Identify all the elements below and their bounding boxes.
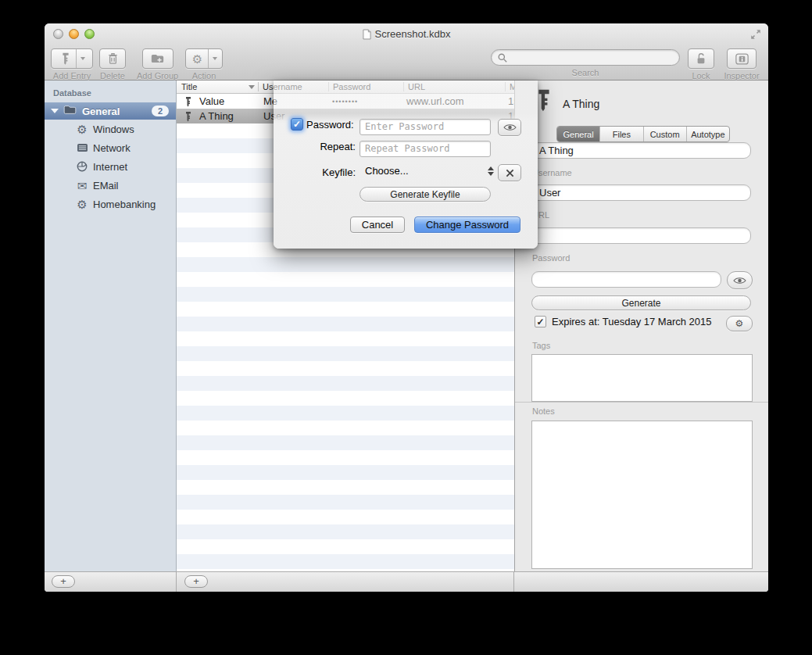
- sidebar-group-general[interactable]: General 2: [45, 102, 176, 120]
- sort-arrow-icon: [249, 85, 255, 89]
- table-row-empty: [177, 272, 514, 287]
- action-button[interactable]: ⚙: [185, 48, 223, 69]
- sidebar-item-network[interactable]: Network: [45, 138, 176, 157]
- table-row-empty: [177, 302, 514, 317]
- tab-autotype[interactable]: Autotype: [686, 127, 729, 141]
- sidebar-item-label: Windows: [93, 123, 134, 135]
- sidebar-item-email[interactable]: ✉EMail: [45, 176, 176, 195]
- sidebar-item-label: Internet: [93, 161, 127, 173]
- search-label: Search: [491, 68, 680, 77]
- sidebar-item-label: EMail: [93, 180, 119, 191]
- add-entry-button[interactable]: [51, 48, 93, 69]
- generate-keyfile-button[interactable]: Generate Keyfile: [359, 187, 491, 202]
- expires-label: Expires at: Tuesday 17 March 2015: [552, 316, 712, 328]
- sidebar-item-label: Homebanking: [93, 199, 156, 210]
- username-field[interactable]: User: [531, 184, 751, 201]
- keyfile-popup-value: Choose...: [365, 165, 409, 177]
- window-title: Screenshot.kdbx: [45, 28, 768, 40]
- change-password-button[interactable]: Change Password: [414, 217, 520, 233]
- envelope-icon: ✉: [76, 180, 88, 191]
- expires-checkbox[interactable]: ✓: [535, 316, 546, 328]
- sidebar-item-homebanking[interactable]: ⚙Homebanking: [45, 195, 176, 213]
- server-icon: [76, 143, 88, 152]
- repeat-password-input[interactable]: Repeat Password: [359, 141, 491, 157]
- add-group-footer-button[interactable]: +: [52, 575, 75, 588]
- reveal-password-button[interactable]: [727, 271, 753, 289]
- table-row-empty: [177, 450, 514, 465]
- tab-general[interactable]: General: [557, 127, 599, 141]
- eye-icon: [503, 123, 517, 131]
- tags-field[interactable]: [531, 354, 753, 402]
- eye-icon: [733, 277, 746, 285]
- table-row-empty: [177, 257, 514, 272]
- cancel-button[interactable]: Cancel: [350, 217, 405, 233]
- table-row-empty: [177, 435, 514, 450]
- inspector-tabs: GeneralFilesCustomAutotype: [556, 126, 730, 142]
- inspector-button[interactable]: [727, 48, 757, 69]
- enter-password-input[interactable]: Enter Password: [359, 119, 491, 135]
- notes-field[interactable]: [531, 421, 753, 569]
- table-row-empty: [177, 480, 514, 495]
- toolbar: Add Entry Delete Add Group ⚙: [45, 45, 768, 81]
- entry-key-icon: [535, 88, 553, 114]
- group-count-badge: 2: [152, 106, 169, 116]
- table-row-empty: [177, 495, 514, 510]
- action-dropdown[interactable]: [208, 49, 221, 68]
- titlebar[interactable]: Screenshot.kdbx: [45, 23, 768, 45]
- folder-icon: [63, 105, 77, 117]
- checkmark-icon: ✓: [536, 317, 544, 328]
- column-divider: [258, 82, 259, 91]
- table-row-empty: [177, 465, 514, 480]
- column-header-title[interactable]: Title: [181, 82, 197, 91]
- tab-files[interactable]: Files: [599, 127, 642, 141]
- show-password-button[interactable]: [498, 119, 521, 136]
- gear-icon: ⚙: [187, 49, 208, 68]
- add-entry-dropdown[interactable]: [76, 49, 89, 68]
- add-entry-footer-button[interactable]: +: [184, 575, 208, 588]
- password-checkbox[interactable]: ✓: [291, 118, 303, 131]
- clear-keyfile-button[interactable]: [498, 164, 521, 181]
- table-row-empty: [177, 539, 514, 554]
- search-input[interactable]: [491, 49, 680, 66]
- dialog-password-label: Password:: [306, 119, 354, 131]
- sidebar-item-internet[interactable]: Internet: [45, 157, 176, 176]
- close-icon: [506, 169, 514, 177]
- table-row-empty: [177, 554, 514, 569]
- add-group-label: Add Group: [137, 71, 178, 81]
- lock-button[interactable]: [688, 48, 714, 69]
- app-window: Screenshot.kdbx Add Entry: [45, 23, 768, 592]
- window-chrome: Screenshot.kdbx Add Entry: [45, 23, 768, 81]
- sidebar-group-label: General: [82, 106, 120, 117]
- document-icon: [363, 29, 371, 40]
- inspector-entry-title: A Thing: [563, 98, 599, 110]
- table-row-empty: [177, 524, 514, 539]
- table-row-empty: [177, 317, 514, 331]
- gear-icon: ⚙: [76, 199, 88, 210]
- inspector-panel: A Thing GeneralFilesCustomAutotype A Thi…: [514, 81, 768, 571]
- password-label: Password: [532, 253, 570, 263]
- gear-icon: ⚙: [76, 123, 88, 135]
- tab-custom[interactable]: Custom: [643, 127, 686, 141]
- lock-open-icon: [696, 52, 706, 65]
- disclosure-triangle-icon[interactable]: [51, 109, 59, 113]
- url-field[interactable]: [531, 227, 751, 244]
- keyfile-popup[interactable]: Choose...: [365, 165, 494, 177]
- generate-button[interactable]: Generate: [531, 295, 751, 310]
- title-field[interactable]: A Thing: [531, 142, 751, 159]
- fullscreen-icon[interactable]: [749, 28, 762, 41]
- delete-button[interactable]: [99, 48, 126, 69]
- table-row-empty: [177, 391, 514, 406]
- sidebar: Database General 2 ⚙WindowsNetworkIntern…: [45, 81, 177, 571]
- footer-bar: + +: [45, 571, 768, 592]
- cell-title: A Thing: [199, 110, 234, 122]
- table-row-empty: [177, 406, 514, 421]
- table-row-empty: [177, 361, 514, 376]
- expiry-settings-button[interactable]: ⚙: [726, 316, 753, 331]
- delete-label: Delete: [99, 71, 126, 81]
- sidebar-item-label: Network: [93, 142, 131, 154]
- sidebar-item-windows[interactable]: ⚙Windows: [45, 120, 176, 138]
- add-group-button[interactable]: [142, 48, 173, 69]
- password-field[interactable]: [531, 271, 721, 288]
- stepper-icon: [488, 166, 494, 176]
- section-divider: [515, 402, 768, 403]
